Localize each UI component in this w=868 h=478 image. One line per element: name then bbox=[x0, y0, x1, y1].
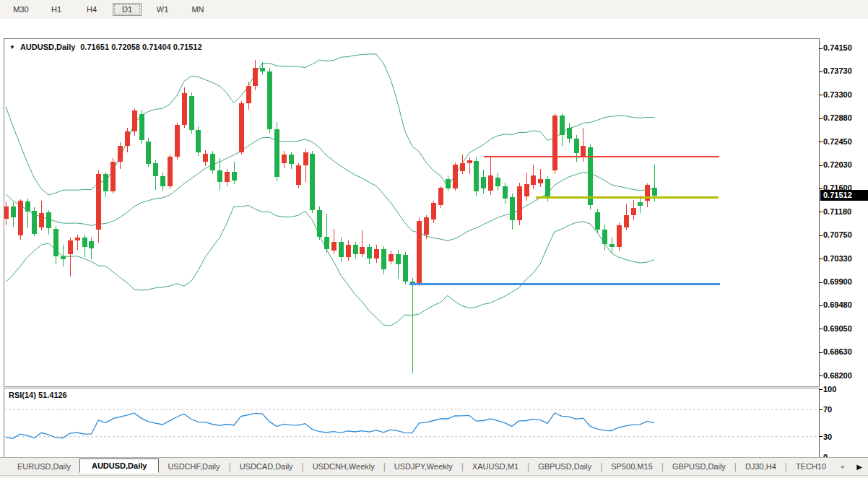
tab-eurusd-daily[interactable]: EURUSD,Daily bbox=[9, 460, 79, 473]
candle-body bbox=[189, 96, 194, 131]
tabs-scroll-left-icon[interactable]: ◂ bbox=[841, 463, 844, 470]
candle-body bbox=[96, 174, 101, 229]
tab-usdjpy-weekly[interactable]: USDJPY,Weekly bbox=[386, 460, 461, 473]
price-axis-tick bbox=[819, 142, 823, 142]
candle-body bbox=[503, 186, 508, 199]
candle-body bbox=[146, 142, 151, 164]
timeframe-button-m30[interactable]: M30 bbox=[6, 3, 35, 16]
rsi-indicator-canvas[interactable] bbox=[4, 388, 819, 459]
tab-gbpusd-daily[interactable]: GBPUSD,Daily bbox=[664, 460, 734, 473]
tab-sp500-m15[interactable]: SP500,M15 bbox=[602, 460, 661, 473]
tab-xauusd-m1[interactable]: XAUUSD,M1 bbox=[464, 460, 527, 473]
price-axis-tick bbox=[819, 282, 823, 283]
tab-usdcnh-weekly[interactable]: USDCNH,Weekly bbox=[304, 460, 383, 473]
candle-body bbox=[367, 247, 372, 258]
candle-body bbox=[296, 165, 301, 185]
price-axis-label: 0.69900 bbox=[823, 277, 852, 286]
candle-wick bbox=[412, 278, 413, 373]
candle-body bbox=[331, 242, 337, 251]
price-axis-label: 0.69480 bbox=[823, 300, 852, 309]
candle-body bbox=[182, 93, 187, 125]
price-axis-tick bbox=[819, 71, 823, 72]
mt4-window: M30H1H4D1W1MN ▼ AUDUSD,Daily 0.71651 0.7… bbox=[0, 0, 868, 478]
candle-body bbox=[4, 207, 9, 219]
rsi-axis-label: 30 bbox=[823, 433, 832, 441]
price-axis-label: 0.72030 bbox=[823, 160, 852, 169]
candle-body bbox=[431, 203, 436, 220]
price-axis-tick bbox=[819, 352, 823, 353]
candle-body bbox=[488, 175, 493, 191]
candle-body bbox=[246, 86, 251, 104]
candle-body bbox=[110, 162, 116, 192]
toolbar-separator bbox=[162, 1, 162, 17]
price-axis-tick bbox=[819, 305, 823, 306]
candle-body bbox=[588, 147, 593, 205]
chart-dropdown-icon[interactable]: ▼ bbox=[9, 44, 15, 51]
candle-body bbox=[139, 114, 144, 140]
candle-body bbox=[417, 221, 422, 283]
rsi-line bbox=[6, 413, 654, 438]
candle-body bbox=[253, 68, 258, 86]
symbol-tabbar: EURUSD,DailyAUDUSD,DailyUSDCHF,Daily|USD… bbox=[0, 457, 868, 475]
tab-tech10[interactable]: TECH10 bbox=[787, 460, 835, 473]
current-price-label: 0.71512 bbox=[820, 190, 868, 201]
candle-body bbox=[274, 129, 279, 177]
candle-body bbox=[389, 254, 394, 261]
candle-body bbox=[168, 157, 173, 186]
timeframe-button-d1[interactable]: D1 bbox=[113, 3, 142, 16]
chart-title: ▼ AUDUSD,Daily 0.71651 0.72058 0.71404 0… bbox=[9, 43, 202, 51]
tabs-scroll-right-icon[interactable]: ▶ bbox=[856, 463, 862, 471]
candle-body bbox=[118, 146, 123, 162]
rsi-axis-label: 70 bbox=[823, 405, 832, 414]
candle-body bbox=[446, 179, 451, 188]
price-axis-label: 0.73300 bbox=[823, 90, 852, 99]
timeframe-button-w1[interactable]: W1 bbox=[148, 3, 177, 16]
main-chart-canvas[interactable] bbox=[4, 38, 819, 386]
price-axis-tick bbox=[819, 188, 823, 189]
candle-body bbox=[474, 161, 479, 191]
candle-body bbox=[196, 130, 201, 152]
candle-body bbox=[374, 249, 379, 258]
candle-body bbox=[438, 188, 443, 205]
timeframe-toolbar: M30H1H4D1W1MN bbox=[0, 0, 868, 19]
price-axis-tick bbox=[819, 375, 823, 376]
rsi-axis-label: 100 bbox=[823, 385, 836, 394]
panel-divider[interactable] bbox=[4, 386, 820, 388]
candle-body bbox=[82, 238, 87, 248]
candle-body bbox=[310, 154, 315, 210]
tab-dj30-h4[interactable]: DJ30,H4 bbox=[737, 460, 785, 473]
candle-body bbox=[18, 201, 23, 235]
timeframe-button-mn[interactable]: MN bbox=[183, 3, 212, 16]
candle-body bbox=[103, 174, 108, 191]
candle-body bbox=[346, 245, 351, 257]
timeframe-button-h1[interactable]: H1 bbox=[42, 3, 71, 16]
candle-body bbox=[581, 146, 586, 157]
rsi-axis-tick bbox=[819, 389, 823, 390]
candle-body bbox=[324, 237, 329, 249]
price-axis-tick bbox=[819, 95, 823, 95]
candle-body bbox=[481, 177, 486, 188]
rsi-axis-tick bbox=[819, 436, 823, 437]
candle-body bbox=[652, 188, 657, 196]
candle-wick bbox=[63, 245, 64, 266]
candle-wick bbox=[654, 165, 655, 201]
candle-body bbox=[510, 197, 515, 220]
timeframe-button-h4[interactable]: H4 bbox=[77, 3, 106, 16]
tab-audusd-daily[interactable]: AUDUSD,Daily bbox=[79, 459, 159, 473]
candle-body bbox=[381, 249, 386, 270]
tab-usdchf-daily[interactable]: USDCHF,Daily bbox=[159, 460, 228, 473]
candle-body bbox=[609, 244, 615, 247]
price-axis-tick bbox=[819, 118, 823, 119]
tab-gbpusd-daily[interactable]: GBPUSD,Daily bbox=[529, 460, 600, 473]
candle-body bbox=[531, 175, 536, 185]
candle-body bbox=[11, 207, 16, 217]
candle-body bbox=[46, 212, 51, 228]
candle-wick bbox=[540, 169, 541, 187]
price-axis-label: 0.72450 bbox=[823, 137, 852, 146]
candle-body bbox=[495, 178, 500, 186]
candle-body bbox=[545, 179, 550, 198]
candle-body bbox=[89, 241, 94, 248]
candle-body bbox=[153, 163, 158, 177]
chart-window: ▼ AUDUSD,Daily 0.71651 0.72058 0.71404 0… bbox=[0, 19, 868, 441]
tab-usdcad-daily[interactable]: USDCAD,Daily bbox=[231, 460, 302, 473]
